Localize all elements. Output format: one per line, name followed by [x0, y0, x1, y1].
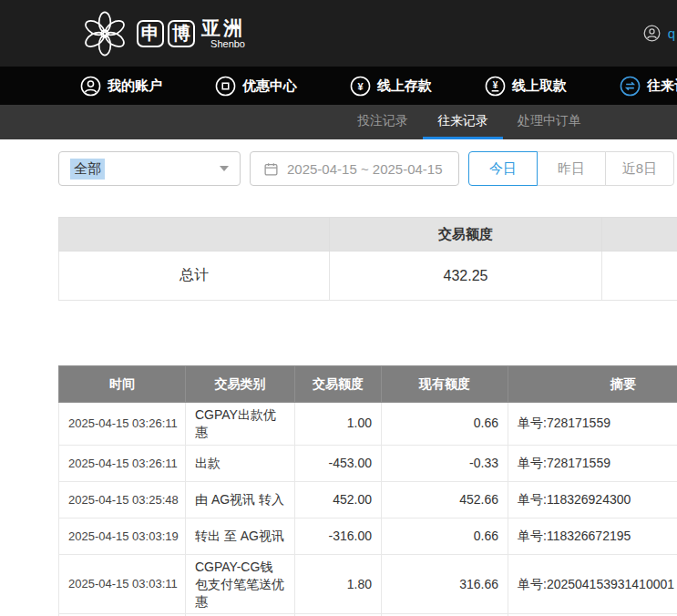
- tab-betting-records[interactable]: 投注记录: [343, 105, 423, 139]
- flower-logo-icon: [80, 9, 129, 58]
- cell-balance: 316.66: [382, 554, 508, 614]
- table-row: 2025-04-15 03:26:11 出款 -453.00 -0.33 单号:…: [59, 445, 677, 481]
- cell-balance: 452.66: [382, 481, 508, 518]
- cell-time: 2025-04-15 03:03:11: [59, 554, 186, 614]
- cell-type: 由 AG视讯 转入: [186, 481, 295, 518]
- table-row: 2025-04-15 03:03:19 转出 至 AG视讯 -316.00 0.…: [59, 518, 677, 554]
- deposit-icon: ¥: [350, 76, 371, 97]
- col-header-amount: 交易额度: [295, 366, 382, 403]
- cell-amount: 452.00: [295, 481, 382, 518]
- col-header-memo: 摘要: [508, 366, 677, 403]
- username-text: q: [668, 26, 675, 41]
- nav-label: 优惠中心: [242, 77, 297, 95]
- cell-memo: 单号:118326924300: [508, 481, 677, 518]
- date-range-value: 2025-04-15 ~ 2025-04-15: [287, 161, 443, 177]
- user-avatar-icon: [643, 25, 661, 42]
- table-row: 2025-04-15 03:03:11 CGPAY-CG钱包支付笔笔送优惠 1.…: [59, 554, 677, 614]
- top-header: 申 博 亚洲 Shenbo q: [0, 0, 677, 67]
- nav-label: 线上取款: [512, 77, 567, 95]
- summary-total-row: 总计 432.25: [59, 252, 677, 301]
- cell-type: CGPAY-CG钱包支付笔笔送优惠: [186, 554, 295, 614]
- calendar-icon: [263, 161, 279, 177]
- summary-total-label: 总计: [59, 252, 330, 301]
- brand-logo: 申 博 亚洲 Shenbo: [80, 9, 245, 58]
- nav-item-transactions[interactable]: 往来记录: [620, 76, 677, 97]
- cell-time: 2025-04-15 03:25:48: [59, 481, 186, 518]
- tab-processing-orders[interactable]: 处理中订单: [503, 105, 596, 139]
- nav-item-promotions[interactable]: 优惠中心: [215, 76, 297, 97]
- transactions-table: 时间 交易类别 交易额度 现有额度 摘要 2025-04-15 03:26:11…: [58, 365, 677, 616]
- nav-label: 线上存款: [377, 77, 432, 95]
- quick-date-buttons: 今日 昨日 近8日: [468, 151, 674, 186]
- nav-label: 往来记录: [647, 77, 677, 95]
- cell-amount: -453.00: [295, 445, 382, 481]
- col-header-balance: 现有额度: [382, 366, 508, 403]
- summary-total-value: 432.25: [330, 252, 602, 301]
- record-tabs: 投注记录 往来记录 处理中订单: [0, 105, 677, 139]
- table-row: 2025-04-15 03:26:11 CGPAY出款优惠 1.00 0.66 …: [59, 403, 677, 446]
- nav-item-my-account[interactable]: 我的账户: [80, 76, 162, 97]
- date-range-picker[interactable]: 2025-04-15 ~ 2025-04-15: [250, 151, 459, 186]
- nav-label: 我的账户: [108, 77, 162, 95]
- account-person-icon: [80, 76, 101, 97]
- brand-char-shen: 申: [137, 20, 164, 47]
- cell-time: 2025-04-15 03:03:19: [59, 518, 186, 554]
- category-dropdown-value: 全部: [70, 159, 105, 180]
- brand-subtitle: Shenbo: [201, 38, 245, 49]
- summary-header-empty: [59, 218, 330, 252]
- last-8-days-button[interactable]: 近8日: [605, 151, 674, 186]
- table-row: 2025-04-15 03:25:48 由 AG视讯 转入 452.00 452…: [59, 481, 677, 518]
- cell-memo: 单号:118326672195: [508, 518, 677, 554]
- nav-item-withdraw[interactable]: ¥ 线上取款: [485, 76, 567, 97]
- yesterday-button[interactable]: 昨日: [537, 151, 606, 186]
- brand-char-bo: 博: [168, 20, 195, 47]
- cell-type: 出款: [186, 445, 295, 481]
- cell-memo: 单号:728171559: [508, 403, 677, 446]
- filter-bar: 全部 2025-04-15 ~ 2025-04-15 今日 昨日 近8日: [58, 151, 677, 186]
- svg-text:¥: ¥: [357, 80, 364, 91]
- brand-region: 亚洲: [201, 17, 245, 38]
- col-header-time: 时间: [59, 366, 186, 403]
- nav-item-deposit[interactable]: ¥ 线上存款: [350, 76, 432, 97]
- cell-amount: -316.00: [295, 518, 382, 554]
- cell-time: 2025-04-15 03:26:11: [59, 403, 186, 446]
- tab-transaction-records[interactable]: 往来记录: [423, 105, 503, 139]
- summary-header-empty: [602, 218, 677, 252]
- cell-amount: 1.80: [295, 554, 382, 614]
- withdraw-icon: ¥: [485, 76, 506, 97]
- cell-memo: 单号:728171559: [508, 445, 677, 481]
- header-user[interactable]: q: [643, 25, 675, 42]
- summary-empty-cell: [602, 252, 677, 301]
- cell-balance: 0.66: [382, 518, 508, 554]
- cell-amount: 1.00: [295, 403, 382, 446]
- summary-header-row: 交易额度: [59, 218, 677, 252]
- cell-type: 转出 至 AG视讯: [186, 518, 295, 554]
- summary-header-amount: 交易额度: [330, 218, 602, 252]
- transactions-header-row: 时间 交易类别 交易额度 现有额度 摘要: [59, 366, 677, 403]
- main-nav: 我的账户 优惠中心 ¥ 线上存款 ¥ 线上取款: [0, 67, 677, 105]
- coin-icon: [215, 76, 236, 97]
- cell-time: 2025-04-15 03:26:11: [59, 445, 186, 481]
- cell-memo: 单号:202504153931410001: [508, 554, 677, 614]
- col-header-type: 交易类别: [186, 366, 295, 403]
- cell-balance: -0.33: [382, 445, 508, 481]
- chevron-down-icon: [220, 166, 229, 171]
- summary-table: 交易额度 总计 432.25: [58, 217, 677, 301]
- today-button[interactable]: 今日: [468, 151, 538, 186]
- svg-text:¥: ¥: [493, 80, 498, 90]
- cell-balance: 0.66: [382, 403, 508, 446]
- cell-type: CGPAY出款优惠: [186, 403, 295, 446]
- category-dropdown[interactable]: 全部: [58, 151, 241, 186]
- transfer-records-icon: [620, 76, 641, 97]
